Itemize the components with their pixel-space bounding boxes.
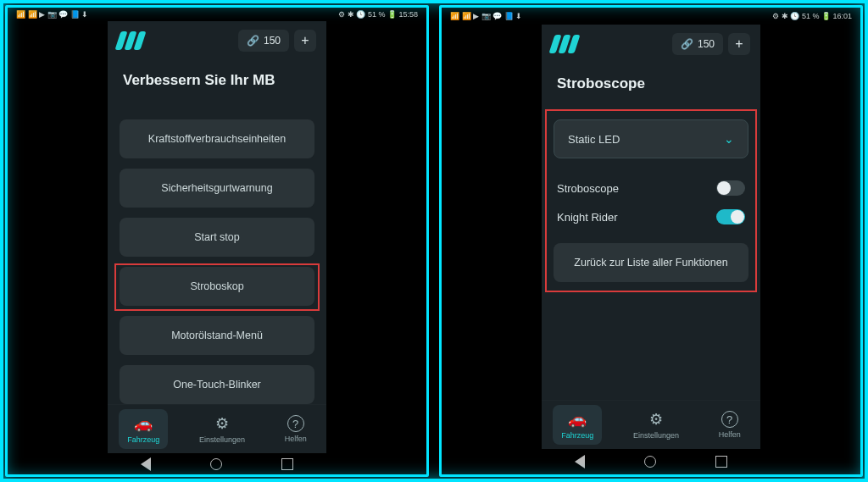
link-icon: 🔗 — [681, 38, 693, 50]
nav-label: Einstellungen — [633, 431, 679, 440]
nav-label: Fahrzeug — [561, 431, 593, 440]
help-icon: ? — [287, 415, 304, 432]
help-icon: ? — [721, 411, 738, 428]
app-column: 🔗 150 + Verbessern Sie Ihr MB Kraftstoff… — [108, 21, 326, 453]
app-area: 🔗 150 + Verbessern Sie Ihr MB Kraftstoff… — [8, 21, 426, 453]
credits-chip[interactable]: 🔗 150 — [238, 30, 289, 52]
nav-vehicle[interactable]: 🚗 Fahrzeug — [119, 409, 168, 449]
gear-icon: ⚙ — [649, 410, 663, 429]
status-bar: 📶 📶 ▶ 📷 💬 📘 ⬇ ⚙ ✱ 🕓 51 % 🔋 15:58 — [8, 8, 426, 21]
list-item[interactable]: Motorölstand-Menü — [120, 316, 314, 355]
status-bar: 📶 📶 ▶ 📷 💬 📘 ⬇ ⚙ ✱ 🕓 51 % 🔋 16:01 — [442, 8, 860, 25]
list-item[interactable]: Sicherheitsgurtwarnung — [120, 169, 314, 208]
status-right: ⚙ ✱ 🕓 51 % 🔋 15:58 — [338, 10, 418, 19]
gear-icon: ⚙ — [215, 414, 229, 433]
toggle-row-stroboscope: Stroboscope — [554, 174, 748, 202]
nav-label: Fahrzeug — [127, 435, 159, 444]
page-title: Verbessern Sie Ihr MB — [108, 60, 326, 102]
header-bar: 🔗 150 + — [542, 25, 760, 64]
toggle-stroboscope[interactable] — [716, 180, 745, 196]
link-icon: 🔗 — [247, 35, 259, 47]
nav-label: Helfen — [285, 435, 307, 443]
back-icon[interactable] — [141, 457, 151, 471]
phone-right: 📶 📶 ▶ 📷 💬 📘 ⬇ ⚙ ✱ 🕓 51 % 🔋 16:01 🔗 150 +… — [439, 5, 863, 477]
status-right: ⚙ ✱ 🕓 51 % 🔋 16:01 — [772, 12, 852, 20]
nav-vehicle[interactable]: 🚗 Fahrzeug — [553, 405, 602, 445]
list-item[interactable]: Start stop — [120, 218, 314, 257]
nav-label: Einstellungen — [199, 435, 245, 444]
status-left: 📶 📶 ▶ 📷 💬 📘 ⬇ — [450, 12, 522, 20]
recents-icon[interactable] — [715, 456, 727, 468]
app-area: 🔗 150 + Stroboscope Static LED ⌄ Strobos… — [442, 25, 860, 449]
app-logo-icon — [118, 31, 143, 50]
nav-settings[interactable]: ⚙ Einstellungen — [191, 409, 253, 449]
list-item-stroboskop[interactable]: Stroboskop — [120, 267, 314, 306]
bottom-nav: 🚗 Fahrzeug ⚙ Einstellungen ? Helfen — [108, 404, 326, 453]
nav-help[interactable]: ? Helfen — [710, 406, 749, 444]
car-icon: 🚗 — [568, 410, 587, 429]
credits-value: 150 — [264, 35, 281, 47]
toggle-label: Knight Rider — [557, 211, 618, 224]
add-button[interactable]: + — [728, 33, 750, 55]
header-bar: 🔗 150 + — [108, 21, 326, 60]
credits-chip[interactable]: 🔗 150 — [672, 33, 723, 55]
app-column: 🔗 150 + Stroboscope Static LED ⌄ Strobos… — [542, 25, 760, 449]
app-logo-icon — [552, 35, 577, 53]
phone-left: 📶 📶 ▶ 📷 💬 📘 ⬇ ⚙ ✱ 🕓 51 % 🔋 15:58 🔗 150 +… — [5, 5, 429, 477]
page-title: Stroboscope — [542, 64, 760, 106]
function-list: Kraftstoffverbrauchseinheiten Sicherheit… — [108, 102, 326, 404]
list-item[interactable]: Kraftstoffverbrauchseinheiten — [120, 119, 314, 158]
back-icon[interactable] — [575, 455, 585, 468]
dropdown-value: Static LED — [568, 133, 620, 146]
settings-panel: Static LED ⌄ Stroboscope Knight Rider Zu… — [542, 106, 760, 400]
nav-settings[interactable]: ⚙ Einstellungen — [625, 405, 687, 445]
car-icon: 🚗 — [134, 414, 153, 433]
list-item[interactable]: One-Touch-Blinker — [120, 365, 314, 404]
home-icon[interactable] — [644, 456, 656, 468]
toggle-row-knight-rider: Knight Rider — [554, 202, 748, 231]
recents-icon[interactable] — [281, 458, 293, 470]
credits-value: 150 — [698, 38, 715, 50]
nav-help[interactable]: ? Helfen — [276, 410, 315, 448]
toggle-label: Stroboscope — [557, 182, 619, 195]
android-system-bar — [8, 453, 426, 474]
chevron-down-icon: ⌄ — [724, 132, 734, 146]
status-left: 📶 📶 ▶ 📷 💬 📘 ⬇ — [16, 10, 88, 19]
android-system-bar — [442, 449, 860, 474]
nav-label: Helfen — [719, 430, 741, 439]
home-icon[interactable] — [210, 458, 222, 470]
bottom-nav: 🚗 Fahrzeug ⚙ Einstellungen ? Helfen — [542, 400, 760, 449]
toggle-knight-rider[interactable] — [716, 209, 745, 224]
add-button[interactable]: + — [294, 30, 316, 52]
back-to-list-button[interactable]: Zurück zur Liste aller Funktionen — [554, 243, 748, 282]
mode-dropdown[interactable]: Static LED ⌄ — [554, 119, 748, 158]
